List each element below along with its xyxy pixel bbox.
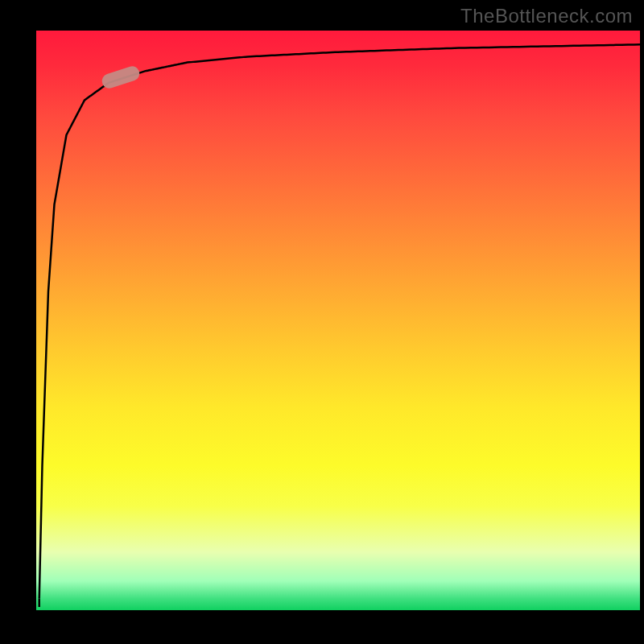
chart-curve — [36, 31, 640, 610]
attribution-text: TheBottleneck.com — [460, 5, 633, 27]
